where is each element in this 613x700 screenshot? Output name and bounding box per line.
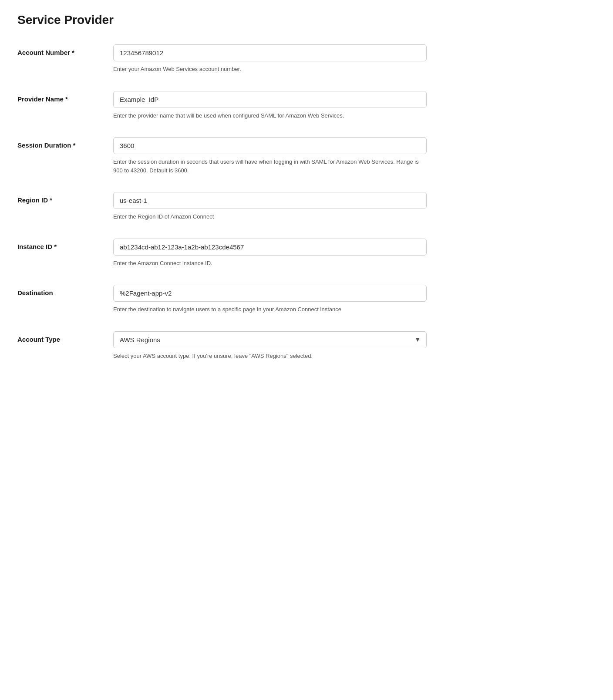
account-number-label: Account Number *	[17, 44, 113, 56]
provider-name-label: Provider Name *	[17, 91, 113, 103]
account-type-section: Account Type AWS Regions AWS GovCloud ▼ …	[17, 331, 596, 360]
account-type-label: Account Type	[17, 331, 113, 343]
provider-name-field-container: Enter the provider name that will be use…	[113, 91, 427, 120]
session-duration-section: Session Duration * Enter the session dur…	[17, 137, 596, 175]
instance-id-input[interactable]	[113, 239, 427, 256]
session-duration-field-container: Enter the session duration in seconds th…	[113, 137, 427, 175]
provider-name-hint: Enter the provider name that will be use…	[113, 111, 427, 120]
destination-field-container: Enter the destination to navigate users …	[113, 285, 427, 314]
page-title: Service Provider	[17, 13, 596, 27]
account-type-select-wrapper: AWS Regions AWS GovCloud ▼	[113, 331, 427, 348]
region-id-section: Region ID * Enter the Region ID of Amazo…	[17, 192, 596, 221]
session-duration-hint: Enter the session duration in seconds th…	[113, 158, 427, 175]
instance-id-hint: Enter the Amazon Connect instance ID.	[113, 259, 427, 268]
session-duration-input[interactable]	[113, 137, 427, 154]
destination-section: Destination Enter the destination to nav…	[17, 285, 596, 314]
account-number-field-container: Enter your Amazon Web Services account n…	[113, 44, 427, 74]
account-number-hint: Enter your Amazon Web Services account n…	[113, 65, 427, 74]
region-id-input[interactable]	[113, 192, 427, 209]
account-type-hint: Select your AWS account type. If you're …	[113, 352, 427, 360]
account-type-field-container: AWS Regions AWS GovCloud ▼ Select your A…	[113, 331, 427, 360]
destination-hint: Enter the destination to navigate users …	[113, 305, 427, 314]
instance-id-field-container: Enter the Amazon Connect instance ID.	[113, 239, 427, 268]
destination-label: Destination	[17, 285, 113, 296]
account-number-input[interactable]	[113, 44, 427, 61]
account-number-section: Account Number * Enter your Amazon Web S…	[17, 44, 596, 74]
destination-input[interactable]	[113, 285, 427, 302]
session-duration-label: Session Duration *	[17, 137, 113, 149]
region-id-field-container: Enter the Region ID of Amazon Connect	[113, 192, 427, 221]
instance-id-section: Instance ID * Enter the Amazon Connect i…	[17, 239, 596, 268]
provider-name-input[interactable]	[113, 91, 427, 108]
region-id-label: Region ID *	[17, 192, 113, 204]
account-type-select[interactable]: AWS Regions AWS GovCloud	[113, 331, 427, 348]
provider-name-section: Provider Name * Enter the provider name …	[17, 91, 596, 120]
instance-id-label: Instance ID *	[17, 239, 113, 250]
region-id-hint: Enter the Region ID of Amazon Connect	[113, 212, 427, 221]
